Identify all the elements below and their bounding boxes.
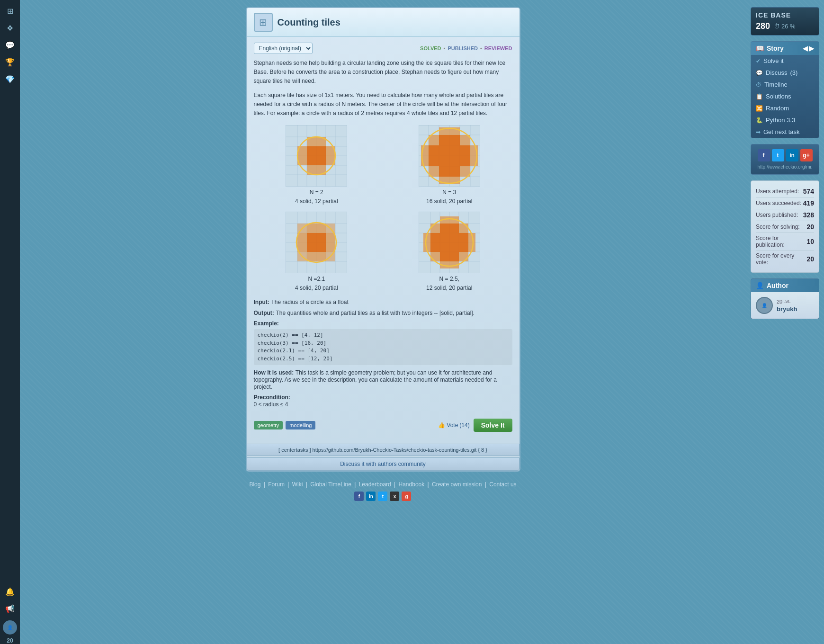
stats-succeeded: Users succeeded: 419	[756, 197, 814, 209]
svg-rect-43	[439, 135, 449, 145]
description-para2: Each square tile has size of 1x1 meters.…	[254, 91, 512, 118]
story-item-python[interactable]: 🐍 Python 3.3	[751, 114, 819, 126]
example-section: Example: checkio(2) == [4, 12] checkio(3…	[254, 320, 512, 365]
diagram-n25-caption: 12 solid, 20 partial	[426, 285, 472, 291]
sidebar-icon-home[interactable]: ⊞	[3, 4, 17, 18]
arrow-left-icon[interactable]: ◀	[803, 45, 808, 52]
task-icon: ⊞	[254, 13, 273, 32]
diagram-n2: N = 2 4 solid, 12 partial	[254, 125, 380, 205]
sidebar-icon-trophy[interactable]: 🏆	[3, 55, 17, 69]
input-text: The radius of a circle as a float	[271, 299, 348, 305]
tag-geometry[interactable]: geometry	[254, 421, 283, 429]
svg-rect-103	[430, 233, 440, 242]
diagram-svg-n25	[419, 212, 480, 273]
precondition-section: Precondition: 0 < radius ≤ 4	[254, 394, 512, 408]
ice-base-panel: ICE BASE 280 ⏱ 26 %	[751, 7, 819, 36]
github-link[interactable]: [ centertasks ] https://github.com/Bryuk…	[247, 444, 519, 456]
diagram-n25: N = 2.5, 12 solid, 20 partial	[386, 212, 512, 291]
vote-button[interactable]: 👍 Vote (14)	[438, 422, 469, 429]
sidebar-icon-grid[interactable]: ❖	[3, 21, 17, 35]
social-fb-icon[interactable]: f	[758, 149, 770, 161]
tag-modelling[interactable]: modelling	[286, 421, 315, 429]
sidebar-icon-gem[interactable]: 💎	[3, 72, 17, 86]
vote-solve-row: 👍 Vote (14) Solve It	[438, 419, 512, 432]
sidebar-icon-megaphone[interactable]: 📢	[3, 601, 17, 616]
svg-rect-102	[449, 242, 459, 252]
svg-rect-42	[460, 156, 470, 166]
arrow-right-icon[interactable]: ▶	[809, 45, 814, 52]
svg-rect-12	[316, 146, 326, 156]
social-tw-icon[interactable]: t	[772, 149, 784, 161]
discuss-link[interactable]: Discuss it with authors community	[247, 457, 519, 471]
story-solutions-label: Solutions	[766, 93, 791, 100]
author-info: 20 LVL bryukh	[777, 299, 797, 313]
story-discuss-count: (3)	[790, 69, 798, 76]
story-item-random[interactable]: 🔀 Random	[751, 102, 819, 114]
story-item-timeline[interactable]: ⏱ Timeline	[751, 79, 819, 90]
svg-rect-82	[316, 252, 326, 261]
social-li-icon[interactable]: in	[786, 149, 798, 161]
svg-rect-11	[307, 146, 316, 156]
solve-button[interactable]: Solve It	[474, 419, 512, 432]
svg-rect-46	[449, 166, 460, 177]
story-item-solve[interactable]: ✔ Solve it	[751, 55, 819, 67]
code-line-4: checkio(2.5) == [12, 20]	[258, 355, 509, 363]
svg-rect-104	[459, 233, 468, 242]
svg-rect-101	[440, 242, 449, 252]
author-level-number: 20	[777, 299, 782, 304]
story-item-solutions[interactable]: 📋 Solutions	[751, 90, 819, 102]
lang-select-row: English (original) SOLVED • PUBLISHED • …	[254, 43, 512, 54]
random-icon: 🔀	[756, 105, 763, 112]
footer-link-timeline[interactable]: Global TimeLine	[310, 481, 351, 488]
stats-score-vote-label: Score for every vote:	[756, 252, 806, 266]
code-line-1: checkio(2) == [4, 12]	[258, 331, 509, 340]
output-label: Output:	[254, 310, 274, 316]
footer-link-handbook[interactable]: Handbook	[399, 481, 425, 488]
footer-tw-icon[interactable]: t	[378, 492, 387, 501]
svg-rect-113	[430, 252, 440, 261]
ice-base-percent-value: 26 %	[781, 23, 796, 30]
svg-rect-45	[439, 166, 449, 177]
footer-link-forum[interactable]: Forum	[268, 481, 285, 488]
svg-rect-37	[439, 156, 449, 166]
author-panel: 👤 Author 👤 20 LVL bryukh	[751, 278, 819, 319]
diagram-n25-label: N = 2.5,	[439, 276, 459, 282]
story-panel: 📖 Story ◀ ▶ ✔ Solve it 💬 Discuss (3) ⏱ T…	[751, 41, 819, 138]
author-name[interactable]: bryukh	[777, 305, 797, 313]
social-gp-icon[interactable]: g+	[800, 149, 813, 161]
vote-count: (14)	[459, 422, 469, 429]
footer-link-create[interactable]: Create own mission	[432, 481, 482, 488]
footer-link-contact[interactable]: Contact us	[489, 481, 516, 488]
story-title: Story	[767, 45, 784, 52]
footer-x-icon[interactable]: x	[390, 492, 399, 501]
output-text: The quantities whole and partial tiles a…	[276, 310, 475, 316]
author-icon: 👤	[756, 282, 764, 289]
footer: Blog | Forum | Wiki | Global TimeLine | …	[238, 472, 527, 510]
svg-rect-100	[449, 233, 459, 242]
footer-fb-icon[interactable]: f	[354, 492, 364, 501]
comment-icon: 💬	[756, 70, 763, 76]
footer-social: f in t x g	[248, 492, 518, 501]
author-avatar: 👤	[756, 297, 773, 314]
sidebar-icon-chat[interactable]: 💬	[3, 38, 17, 52]
user-avatar[interactable]: 👤	[3, 620, 17, 635]
footer-link-leaderboard[interactable]: Leaderboard	[359, 481, 391, 488]
footer-g-icon[interactable]: g	[402, 492, 411, 501]
svg-rect-79	[307, 224, 316, 233]
footer-link-blog[interactable]: Blog	[249, 481, 260, 488]
footer-li-icon[interactable]: in	[366, 492, 376, 501]
svg-rect-71	[307, 233, 316, 242]
svg-rect-111	[430, 224, 440, 233]
diagram-n2-caption: 4 solid, 12 partial	[295, 198, 338, 205]
sidebar-icon-bell[interactable]: 🔔	[3, 584, 17, 599]
diagram-svg-n21	[286, 212, 347, 273]
svg-rect-35	[439, 145, 449, 156]
story-item-discuss[interactable]: 💬 Discuss (3)	[751, 67, 819, 79]
svg-rect-76	[326, 233, 335, 242]
story-item-next[interactable]: ➡ Get next task	[751, 126, 819, 138]
svg-rect-110	[449, 252, 459, 261]
checkmark-icon: ✔	[756, 58, 761, 64]
language-selector[interactable]: English (original)	[254, 43, 313, 54]
footer-link-wiki[interactable]: Wiki	[292, 481, 303, 488]
diagram-n3-caption: 16 solid, 20 partial	[426, 198, 472, 205]
